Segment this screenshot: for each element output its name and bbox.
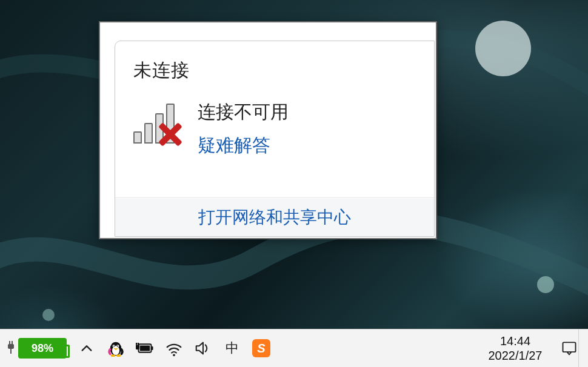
svg-rect-4 xyxy=(12,341,13,344)
taskbar: 98% xyxy=(0,329,588,367)
svg-point-11 xyxy=(113,346,115,347)
volume-tray-icon[interactable] xyxy=(194,339,212,357)
charging-battery-icon xyxy=(136,341,154,355)
svg-point-8 xyxy=(112,346,119,355)
svg-point-13 xyxy=(111,354,116,357)
ime-indicator[interactable]: 中 xyxy=(223,339,241,357)
sogou-letter: S xyxy=(257,342,265,355)
signal-bars-disconnected-icon xyxy=(133,100,187,147)
chevron-up-icon xyxy=(80,342,93,355)
sogou-ime-icon[interactable]: S xyxy=(252,339,270,357)
open-network-center-link[interactable]: 打开网络和共享中心 xyxy=(198,206,351,229)
plug-icon xyxy=(6,341,16,355)
battery-percent-label: 98% xyxy=(32,342,53,355)
divider xyxy=(115,197,434,198)
troubleshoot-link[interactable]: 疑难解答 xyxy=(198,133,289,158)
clock-date: 2022/1/27 xyxy=(479,348,552,363)
clock-time: 14:44 xyxy=(479,334,552,348)
svg-rect-3 xyxy=(9,341,10,344)
ime-label: 中 xyxy=(226,339,239,357)
svg-point-1 xyxy=(537,276,554,293)
show-desktop-button[interactable] xyxy=(578,329,584,368)
svg-rect-5 xyxy=(8,344,14,349)
network-flyout-panel: 未连接 连接不可用 疑难解答 打开网络和共享中心 xyxy=(115,41,435,237)
svg-rect-18 xyxy=(136,343,137,345)
svg-point-2 xyxy=(42,309,55,321)
svg-rect-19 xyxy=(138,343,139,345)
svg-rect-21 xyxy=(563,342,576,352)
svg-point-12 xyxy=(117,346,118,347)
svg-rect-16 xyxy=(152,346,153,350)
power-tray-icon[interactable] xyxy=(136,339,154,357)
qq-tray-icon[interactable] xyxy=(107,339,125,357)
battery-badge: 98% xyxy=(18,338,67,359)
notification-icon xyxy=(561,340,578,357)
wifi-icon xyxy=(165,339,183,357)
battery-status[interactable]: 98% xyxy=(6,339,67,357)
svg-rect-6 xyxy=(10,349,12,354)
network-status-title: 未连接 xyxy=(133,58,416,83)
action-center-button[interactable] xyxy=(560,339,578,357)
network-status-text: 连接不可用 xyxy=(198,100,289,125)
tray-overflow-button[interactable] xyxy=(78,339,96,357)
svg-point-14 xyxy=(116,354,121,357)
wifi-tray-icon[interactable] xyxy=(165,339,183,357)
network-flyout: 未连接 连接不可用 疑难解答 打开网络和共享中心 xyxy=(99,21,437,239)
taskbar-clock[interactable]: 14:44 2022/1/27 xyxy=(479,334,552,363)
svg-point-20 xyxy=(173,354,175,356)
svg-rect-17 xyxy=(140,346,150,351)
svg-point-0 xyxy=(475,21,531,76)
speaker-icon xyxy=(194,339,212,357)
system-tray: 98% xyxy=(6,339,270,357)
penguin-icon xyxy=(107,339,125,357)
